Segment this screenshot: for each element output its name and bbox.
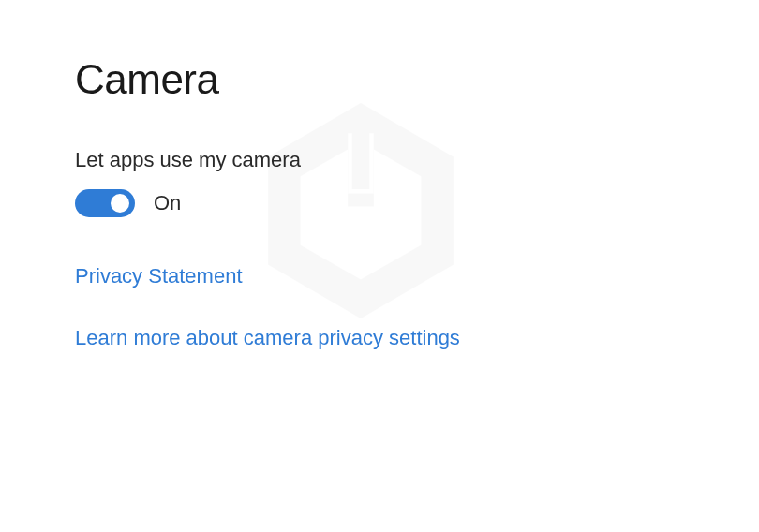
toggle-state-label: On xyxy=(154,191,181,215)
toggle-knob xyxy=(111,194,129,213)
settings-page: Camera Let apps use my camera On Privacy… xyxy=(75,56,684,350)
page-title: Camera xyxy=(75,56,684,103)
privacy-statement-link[interactable]: Privacy Statement xyxy=(75,264,684,288)
learn-more-link[interactable]: Learn more about camera privacy settings xyxy=(75,326,684,350)
toggle-row: On xyxy=(75,189,684,217)
camera-toggle-label: Let apps use my camera xyxy=(75,148,684,172)
camera-toggle[interactable] xyxy=(75,189,135,217)
